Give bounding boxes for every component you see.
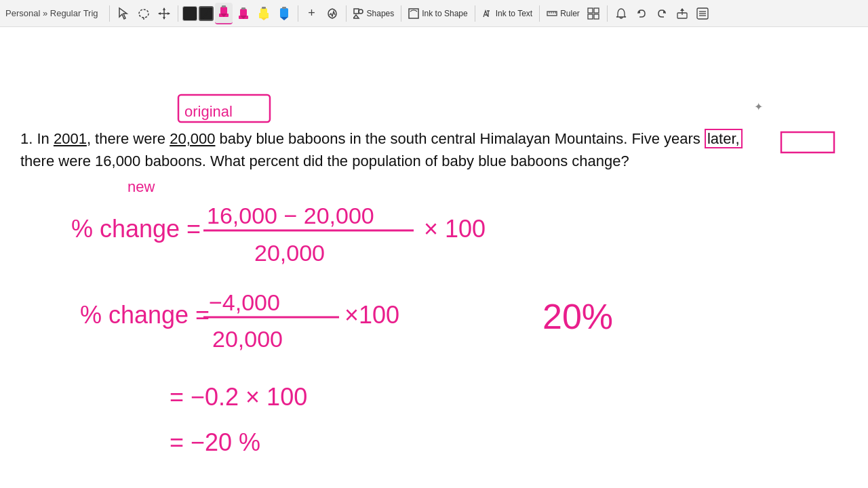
undo-button[interactable]	[632, 3, 651, 24]
svg-text:× 100: × 100	[424, 215, 486, 243]
add-button[interactable]: +	[302, 3, 321, 24]
toolbar: Personal » Regular Trig	[0, 0, 868, 27]
separator-8	[607, 5, 608, 22]
separator-4	[346, 5, 347, 22]
svg-rect-22	[280, 8, 288, 18]
svg-text:×100: ×100	[344, 301, 399, 329]
svg-point-26	[359, 9, 363, 14]
svg-marker-20	[260, 18, 267, 20]
ink-to-text-label: Ink to Text	[496, 9, 532, 18]
svg-text:= −20 %: = −20 %	[170, 428, 260, 456]
svg-rect-36	[588, 14, 593, 19]
svg-text:20%: 20%	[542, 297, 613, 336]
pen-black[interactable]	[199, 6, 214, 21]
svg-rect-24	[282, 7, 286, 9]
ruler-label: Ruler	[560, 9, 580, 18]
separator-2	[178, 5, 178, 22]
svg-text:16,000 − 20,000: 16,000 − 20,000	[207, 203, 374, 228]
lasso-tool[interactable]	[134, 3, 153, 24]
separator-6	[475, 5, 475, 22]
svg-text:% change =: % change =	[80, 301, 210, 329]
separator-5	[401, 5, 401, 22]
ink-to-text-button[interactable]: Ink to Text	[479, 3, 535, 24]
svg-line-8	[203, 10, 210, 18]
svg-marker-6	[158, 12, 161, 15]
svg-rect-37	[594, 14, 599, 19]
svg-text:20,000: 20,000	[254, 240, 325, 266]
canvas-area[interactable]: 1. In 2001, there were 20,000 baby blue …	[0, 27, 868, 488]
select-tool[interactable]	[114, 3, 133, 24]
color-black[interactable]	[182, 6, 197, 21]
svg-text:% change =: % change =	[71, 215, 201, 243]
cursor-diamond: ✦	[754, 100, 763, 113]
svg-marker-4	[163, 7, 165, 10]
svg-marker-23	[280, 17, 288, 20]
math-handwriting: .hw { fill: none; stroke: #e91e8c; strok…	[0, 27, 868, 488]
share-button[interactable]	[673, 3, 692, 24]
pen-pink2[interactable]	[234, 3, 253, 24]
svg-rect-11	[220, 7, 227, 14]
svg-rect-15	[240, 9, 247, 16]
highlighter-yellow[interactable]	[254, 3, 273, 24]
svg-marker-42	[680, 8, 684, 11]
lasso-select[interactable]	[323, 3, 342, 24]
separator-3	[298, 5, 298, 22]
shapes-button[interactable]: Shapes	[351, 3, 397, 24]
svg-text:20,000: 20,000	[212, 326, 283, 352]
svg-marker-5	[163, 17, 165, 20]
svg-text:−4,000: −4,000	[209, 289, 280, 315]
svg-rect-19	[260, 8, 267, 14]
pen-pink-active[interactable]	[215, 3, 233, 24]
problem-text: 1. In 2001, there were 20,000 baby blue …	[20, 127, 743, 172]
svg-rect-34	[588, 8, 593, 13]
svg-marker-9	[201, 18, 204, 20]
svg-text:= −0.2 × 100: = −0.2 × 100	[170, 383, 307, 411]
ink-to-shape-button[interactable]: Ink to Shape	[406, 3, 470, 24]
svg-text:original: original	[184, 103, 233, 120]
separator-1	[109, 5, 110, 22]
breadcrumb: Personal » Regular Trig	[5, 8, 98, 18]
svg-rect-25	[354, 9, 359, 14]
more-button[interactable]	[693, 3, 712, 24]
svg-rect-17	[241, 7, 245, 9]
svg-rect-35	[594, 8, 599, 13]
svg-marker-27	[353, 15, 359, 18]
svg-point-0	[139, 9, 149, 18]
svg-marker-7	[167, 12, 170, 15]
stencils-button[interactable]	[584, 3, 603, 24]
notification-bell[interactable]	[612, 3, 631, 24]
ruler-button[interactable]: Ruler	[544, 3, 583, 24]
move-tool[interactable]	[155, 3, 174, 24]
svg-rect-13	[222, 5, 226, 7]
ink-to-shape-label: Ink to Shape	[422, 9, 467, 18]
shapes-label: Shapes	[367, 9, 395, 18]
pen-blue[interactable]	[275, 3, 294, 24]
svg-rect-21	[262, 7, 266, 9]
redo-button[interactable]	[652, 3, 671, 24]
separator-7	[539, 5, 540, 22]
svg-text:new: new	[127, 178, 155, 195]
svg-rect-47	[178, 95, 270, 122]
svg-rect-18	[259, 13, 269, 18]
